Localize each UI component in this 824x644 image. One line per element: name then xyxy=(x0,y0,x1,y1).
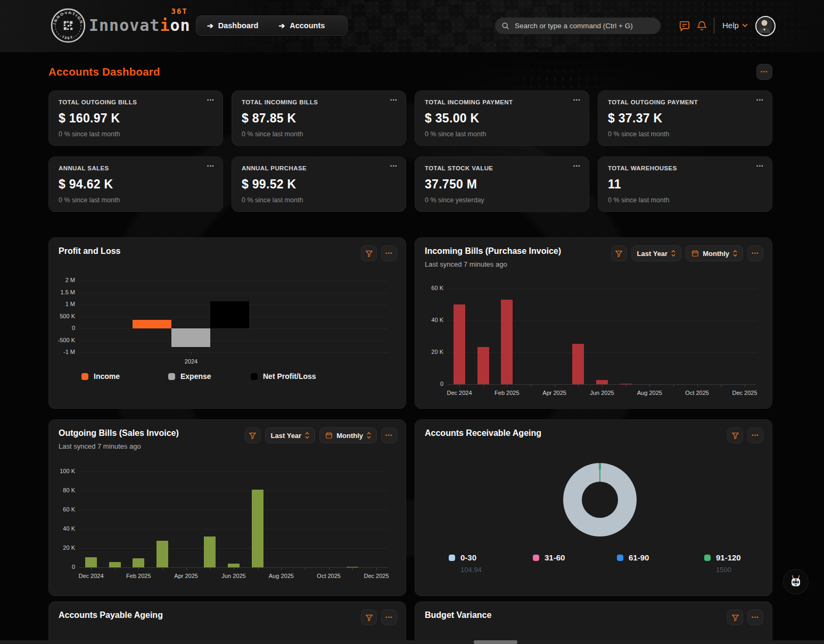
x-tick-mark xyxy=(531,385,531,387)
more-icon: ••• xyxy=(752,251,759,256)
user-avatar[interactable] xyxy=(755,16,776,36)
bar-Jun 2025[interactable] xyxy=(228,564,240,567)
bar-Jan 2025[interactable] xyxy=(477,347,489,385)
x-tick-mark xyxy=(649,385,650,387)
filter-button[interactable] xyxy=(611,245,627,261)
granularity-select[interactable]: Monthly xyxy=(319,427,377,443)
x-tick-mark xyxy=(626,385,627,387)
budget-variance-card: Budget Variance ••• xyxy=(415,601,772,644)
funnel-icon xyxy=(731,432,739,440)
y-tick-label: 500 K xyxy=(52,313,75,319)
kpi-value: 11 xyxy=(608,177,762,192)
chart-more-button[interactable]: ••• xyxy=(747,609,763,625)
scrollbar-thumb[interactable] xyxy=(474,640,517,644)
search-input[interactable] xyxy=(514,21,654,30)
filter-button[interactable] xyxy=(245,427,261,443)
notifications-bell-icon[interactable] xyxy=(696,20,707,32)
chart-title: Accounts Payable Ageing xyxy=(59,610,163,620)
x-tick-mark xyxy=(191,352,192,354)
global-search xyxy=(495,18,661,34)
x-tick-mark xyxy=(697,385,698,387)
more-icon[interactable]: ••• xyxy=(207,163,215,169)
search-icon xyxy=(501,22,509,30)
chart-title: Budget Variance xyxy=(425,610,491,620)
chart-more-button[interactable]: ••• xyxy=(747,245,763,261)
y-tick-label: 1 M xyxy=(52,301,75,307)
bar-Expense[interactable] xyxy=(171,328,210,347)
more-icon[interactable]: ••• xyxy=(573,97,581,103)
chart-more-button[interactable]: ••• xyxy=(381,245,397,261)
kpi-subtext: 0 % since last month xyxy=(59,196,213,204)
y-tick-label: 1.5 M xyxy=(52,289,75,295)
period-select[interactable]: Last Year xyxy=(265,427,316,443)
gridline xyxy=(448,320,756,321)
page-more-button[interactable]: ••• xyxy=(756,64,772,80)
bar-Nov 2025[interactable] xyxy=(347,567,358,567)
bar-Feb 2025[interactable] xyxy=(133,558,144,567)
bar-Jan 2025[interactable] xyxy=(109,562,121,567)
more-icon: ••• xyxy=(752,433,759,438)
more-icon[interactable]: ••• xyxy=(207,97,215,103)
more-icon[interactable]: ••• xyxy=(390,97,398,103)
outgoing-bills-plot: 020 K40 K60 K80 K100 KDec 2024Feb 2025Ap… xyxy=(79,472,388,567)
x-tick-mark xyxy=(578,385,579,387)
kpi-label: TOTAL OUTGOING BILLS xyxy=(59,99,213,105)
help-menu[interactable]: Help xyxy=(722,21,748,30)
filter-button[interactable] xyxy=(361,609,377,625)
x-tick-label: Oct 2025 xyxy=(678,390,716,396)
brand-text-sup: 36T xyxy=(171,7,188,15)
chat-icon[interactable] xyxy=(679,20,690,32)
legend-item-61-90[interactable]: 61-90 xyxy=(617,553,649,573)
legend-item-net-profit-loss[interactable]: Net Profit/Loss xyxy=(251,372,316,381)
more-icon[interactable]: ••• xyxy=(756,97,764,103)
assistant-robot-button[interactable] xyxy=(784,569,808,594)
filter-button[interactable] xyxy=(727,609,743,625)
bar-May 2025[interactable] xyxy=(572,344,584,384)
nav-item-dashboard[interactable]: ➔ Dashboard xyxy=(201,18,265,33)
bar-Jun 2025[interactable] xyxy=(596,380,608,384)
chart-more-button[interactable]: ••• xyxy=(747,427,763,443)
bar-Jul 2025[interactable] xyxy=(620,384,632,385)
legend-swatch xyxy=(533,555,539,561)
kpi-subtext: 0 % since yesterday xyxy=(425,196,579,204)
bar-Income[interactable] xyxy=(133,320,171,328)
legend-item-91-120[interactable]: 91-120 1500 xyxy=(704,553,741,574)
chart-more-button[interactable]: ••• xyxy=(381,609,397,625)
chart-more-button[interactable]: ••• xyxy=(381,427,397,443)
legend-item-expense[interactable]: Expense xyxy=(168,372,211,381)
legend-value xyxy=(545,566,565,573)
period-select[interactable]: Last Year xyxy=(631,245,682,261)
accounts-payable-ageing-card: Accounts Payable Ageing ••• xyxy=(48,601,406,644)
x-tick-mark xyxy=(305,568,306,570)
legend-item-31-60[interactable]: 31-60 xyxy=(533,553,565,573)
funnel-icon xyxy=(365,614,373,622)
nav-item-accounts[interactable]: ➔ Accounts xyxy=(272,18,331,33)
updown-chevron-icon xyxy=(671,250,675,257)
y-tick-label: 100 K xyxy=(52,468,75,474)
granularity-select[interactable]: Monthly xyxy=(686,245,743,261)
kpi-subtext: 0 % since last month xyxy=(608,130,762,138)
legend-swatch xyxy=(449,555,455,561)
bar-Feb 2025[interactable] xyxy=(501,300,513,384)
app-header: INNOVATION I36T Innovation36T ➔ Dashboar… xyxy=(0,0,824,52)
bar-Net Profit/Loss[interactable] xyxy=(210,301,249,328)
gridline xyxy=(448,288,756,289)
bar-Jul 2025[interactable] xyxy=(252,490,263,567)
chart-subtitle: Last synced 7 minutes ago xyxy=(59,442,179,450)
legend-swatch xyxy=(617,555,623,561)
filter-button[interactable] xyxy=(361,245,377,261)
filter-button[interactable] xyxy=(727,427,743,443)
more-icon[interactable]: ••• xyxy=(756,163,764,169)
receivable-ageing-donut[interactable] xyxy=(563,463,637,536)
more-icon: ••• xyxy=(385,251,393,256)
bar-Dec 2024[interactable] xyxy=(454,304,465,384)
more-icon[interactable]: ••• xyxy=(573,163,581,169)
more-icon[interactable]: ••• xyxy=(390,163,398,169)
x-tick-mark xyxy=(555,385,555,387)
x-tick-label: Dec 2025 xyxy=(726,390,764,396)
bar-Dec 2024[interactable] xyxy=(85,557,97,567)
legend-item-income[interactable]: Income xyxy=(81,372,120,381)
bar-May 2025[interactable] xyxy=(204,536,216,568)
legend-item-0-30[interactable]: 0-30 104.94 xyxy=(449,553,482,574)
bar-Mar 2025[interactable] xyxy=(156,541,168,567)
